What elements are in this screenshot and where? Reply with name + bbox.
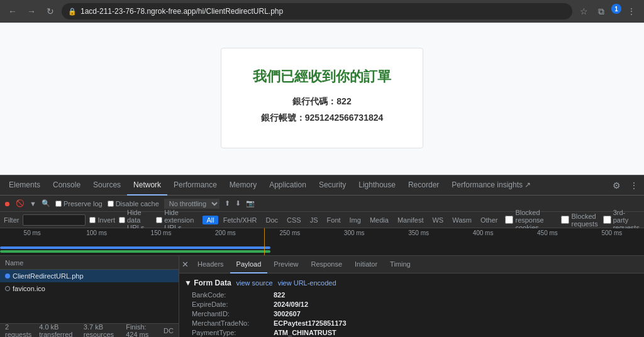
view-url-encoded-link[interactable]: view URL-encoded	[278, 279, 336, 287]
resources-size: 3.7 kB resources	[84, 323, 118, 338]
detail-tab-headers[interactable]: Headers	[191, 256, 230, 273]
more-options-icon[interactable]: ⋮	[626, 178, 641, 193]
settings-icon[interactable]: ⚙	[609, 178, 624, 193]
network-footer: 2 requests 4.0 kB transferred 3.7 kB res…	[0, 323, 179, 337]
filter-fetch-xhr[interactable]: Fetch/XHR	[219, 216, 261, 224]
payload-content: ▼ Form Data view source view URL-encoded…	[179, 273, 644, 337]
detail-tab-response[interactable]: Response	[304, 256, 348, 273]
forward-button[interactable]: →	[24, 4, 39, 19]
browser-actions: ☆ ⧉ 1 ⋮	[576, 4, 639, 19]
tl-450: 450 ms	[515, 229, 579, 236]
extension-badge: 1	[611, 4, 621, 14]
payload-row: MerchantID:3002607	[184, 310, 639, 318]
bookmark-button[interactable]: ☆	[576, 4, 591, 19]
filter-label: Filter	[4, 216, 19, 224]
tab-elements[interactable]: Elements	[3, 175, 47, 196]
timeline-marker	[264, 228, 265, 255]
network-content: Name ClientRedirectURL.php favicon.ico 2…	[0, 256, 644, 337]
tab-application[interactable]: Application	[263, 175, 313, 196]
detail-tab-preview[interactable]: Preview	[267, 256, 304, 273]
detail-tab-payload[interactable]: Payload	[230, 256, 268, 273]
filter-doc[interactable]: Doc	[262, 216, 282, 224]
bank-account-value: 9251242566731824	[305, 113, 384, 123]
detail-tab-bar: ✕ Headers Payload Preview Response Initi…	[179, 256, 644, 273]
record-button[interactable]: ⏺	[4, 200, 11, 207]
payload-row: ExpireDate:2024/09/12	[184, 301, 639, 308]
file-name-client: ClientRedirectURL.php	[13, 272, 174, 280]
payload-value: 822	[274, 291, 285, 299]
filter-type-buttons: All Fetch/XHR Doc CSS JS Font Img Media …	[203, 216, 501, 224]
form-data-header: ▼ Form Data view source view URL-encoded	[184, 279, 639, 287]
menu-button[interactable]: ⋮	[624, 4, 639, 19]
bank-account-label: 銀行帳號：	[261, 113, 305, 123]
disable-cache-checkbox[interactable]: Disable cache	[108, 200, 159, 207]
tl-500: 500 ms	[580, 229, 644, 236]
filter-font[interactable]: Font	[323, 216, 345, 224]
tab-sources[interactable]: Sources	[87, 175, 127, 196]
filter-wasm[interactable]: Wasm	[448, 216, 475, 224]
payload-value: ATM_CHINATRUST	[274, 329, 336, 336]
order-title: 我們已經收到你的訂單	[253, 67, 391, 86]
export-button[interactable]: ⬇	[235, 199, 241, 207]
filter-input[interactable]	[23, 214, 86, 226]
file-row-favicon[interactable]: favicon.ico	[0, 282, 179, 295]
filter-all[interactable]: All	[203, 216, 218, 224]
detail-tab-timing[interactable]: Timing	[384, 256, 417, 273]
timeline-area: 50 ms 100 ms 150 ms 200 ms 250 ms 300 ms…	[0, 228, 644, 256]
extensions-button[interactable]: ⧉	[594, 4, 609, 19]
devtools-panel: Elements Console Sources Network Perform…	[0, 175, 644, 337]
order-card: 我們已經收到你的訂單 銀行代碼：822 銀行帳號：925124256673182…	[221, 48, 423, 148]
tl-350: 350 ms	[386, 229, 450, 236]
tab-recorder[interactable]: Recorder	[402, 175, 445, 196]
file-list-header: Name	[0, 256, 179, 270]
payload-value: 3002607	[274, 310, 301, 318]
tab-security[interactable]: Security	[313, 175, 352, 196]
tab-performance[interactable]: Performance	[167, 175, 223, 196]
back-button[interactable]: ←	[5, 4, 20, 19]
name-column-header: Name	[5, 259, 174, 267]
import-button[interactable]: ⬆	[225, 199, 230, 207]
devtools-actions: ⚙ ⋮	[609, 178, 641, 193]
tab-memory[interactable]: Memory	[223, 175, 263, 196]
filter-js[interactable]: JS	[306, 216, 322, 224]
tl-150: 150 ms	[129, 229, 193, 236]
filter-icon[interactable]: ▼	[30, 200, 36, 207]
filter-img[interactable]: Img	[346, 216, 365, 224]
bank-code-row: 銀行代碼：822	[253, 96, 391, 108]
filter-css[interactable]: CSS	[283, 216, 305, 224]
address-bar[interactable]: 🔒 1acd-211-23-76-78.ngrok-free.app/hi/Cl…	[62, 3, 572, 19]
filter-media[interactable]: Media	[366, 216, 392, 224]
finish-time: Finish: 424 ms	[126, 323, 156, 338]
view-source-link[interactable]: view source	[236, 279, 273, 287]
invert-checkbox[interactable]: Invert	[89, 216, 115, 224]
reload-button[interactable]: ↻	[43, 4, 58, 19]
throttle-select[interactable]: No throttling	[164, 199, 219, 209]
tab-console[interactable]: Console	[47, 175, 87, 196]
file-row-client-redirect[interactable]: ClientRedirectURL.php	[0, 270, 179, 282]
payload-key: PaymentType:	[192, 329, 274, 336]
tl-400: 400 ms	[451, 229, 515, 236]
screenshot-button[interactable]: 📷	[246, 199, 255, 207]
timeline-bars	[0, 246, 644, 250]
url-text: 1acd-211-23-76-78.ngrok-free.app/hi/Clie…	[80, 7, 566, 16]
preserve-log-checkbox[interactable]: Preserve log	[55, 200, 103, 207]
bank-account-row: 銀行帳號：9251242566731824	[253, 113, 391, 124]
lock-icon: 🔒	[68, 8, 77, 16]
filter-manifest[interactable]: Manifest	[394, 216, 428, 224]
filter-bar: Filter Invert Hide data URLs Hide extens…	[0, 212, 644, 228]
main-page: 我們已經收到你的訂單 銀行代碼：822 銀行帳號：925124256673182…	[0, 23, 644, 175]
payload-rows: BankCode:822ExpireDate:2024/09/12Merchan…	[184, 291, 639, 337]
filter-ws[interactable]: WS	[428, 216, 447, 224]
close-detail-button[interactable]: ✕	[182, 260, 189, 269]
payload-row: MerchantTradeNo:ECPaytest1725851173	[184, 319, 639, 327]
tab-performance-insights[interactable]: Performance insights ↗	[445, 175, 537, 196]
filter-other[interactable]: Other	[477, 216, 502, 224]
clear-button[interactable]: 🚫	[16, 199, 25, 207]
detail-tab-initiator[interactable]: Initiator	[348, 256, 384, 273]
search-button[interactable]: 🔍	[42, 199, 50, 207]
transferred-size: 4.0 kB transferred	[39, 323, 76, 338]
tab-network[interactable]: Network	[127, 175, 167, 196]
tl-250: 250 ms	[258, 229, 322, 236]
tab-lighthouse[interactable]: Lighthouse	[352, 175, 402, 196]
file-indicator-white	[5, 286, 10, 291]
